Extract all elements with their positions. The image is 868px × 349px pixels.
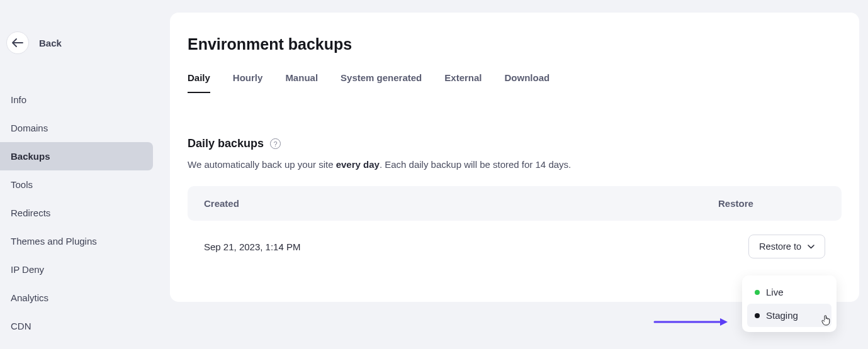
tab-external[interactable]: External	[444, 72, 482, 93]
tab-manual[interactable]: Manual	[285, 72, 318, 93]
cell-created: Sep 21, 2023, 1:14 PM	[204, 241, 748, 252]
sidebar-item-label: Analytics	[11, 292, 48, 303]
dropdown-item-label: Staging	[766, 310, 798, 321]
sidebar-item-themes-plugins[interactable]: Themes and Plugins	[0, 227, 153, 255]
status-dot-icon	[755, 290, 760, 295]
sidebar-item-ip-deny[interactable]: IP Deny	[0, 255, 153, 284]
sidebar-item-label: Backups	[11, 151, 50, 162]
annotation-arrow-icon	[653, 318, 729, 326]
tab-label: Download	[505, 72, 550, 83]
column-header-created: Created	[204, 198, 718, 209]
status-dot-icon	[755, 313, 760, 318]
tab-label: External	[444, 72, 482, 83]
back-row: Back	[0, 31, 161, 54]
back-label: Back	[39, 38, 62, 48]
sidebar-item-backups[interactable]: Backups	[0, 142, 153, 170]
sidebar-item-label: Tools	[11, 179, 33, 190]
sidebar-item-label: IP Deny	[11, 264, 44, 275]
tab-label: Daily	[188, 72, 210, 83]
section-description: We automatically back up your site every…	[188, 159, 842, 170]
table-row: Sep 21, 2023, 1:14 PM Restore to	[188, 221, 842, 272]
tab-download[interactable]: Download	[505, 72, 550, 93]
tab-label: System generated	[341, 72, 422, 83]
sidebar-item-label: CDN	[11, 321, 31, 331]
sidebar-item-cdn[interactable]: CDN	[0, 312, 153, 340]
sidebar-item-domains[interactable]: Domains	[0, 114, 153, 142]
desc-bold: every day	[336, 159, 380, 170]
tab-system-generated[interactable]: System generated	[341, 72, 422, 93]
cursor-hand-icon	[821, 314, 831, 326]
dropdown-item-staging[interactable]: Staging	[747, 304, 831, 327]
sidebar-item-label: Redirects	[11, 208, 50, 218]
column-header-restore: Restore	[718, 198, 825, 209]
tab-label: Manual	[285, 72, 318, 83]
section-title-row: Daily backups ?	[188, 137, 842, 150]
sidebar: Back Info Domains Backups Tools Redirect…	[0, 0, 161, 349]
sidebar-item-label: Info	[11, 94, 26, 105]
tab-hourly[interactable]: Hourly	[233, 72, 263, 93]
page-title: Environment backups	[188, 35, 842, 53]
dropdown-item-label: Live	[766, 287, 784, 297]
tab-daily[interactable]: Daily	[188, 72, 210, 93]
chevron-down-icon	[808, 245, 814, 249]
main-card: Environment backups Daily Hourly Manual …	[170, 13, 859, 302]
sidebar-item-label: Themes and Plugins	[11, 236, 97, 247]
dropdown-item-live[interactable]: Live	[747, 280, 831, 304]
restore-button-label: Restore to	[759, 241, 801, 252]
sidebar-item-redirects[interactable]: Redirects	[0, 199, 153, 227]
back-button[interactable]	[6, 31, 29, 54]
sidebar-item-tools[interactable]: Tools	[0, 170, 153, 199]
arrow-left-icon	[12, 38, 23, 47]
table-header: Created Restore	[188, 186, 842, 221]
tabs: Daily Hourly Manual System generated Ext…	[188, 72, 842, 93]
sidebar-item-info[interactable]: Info	[0, 86, 153, 114]
tab-label: Hourly	[233, 72, 263, 83]
sidebar-item-label: Domains	[11, 123, 48, 133]
desc-prefix: We automatically back up your site	[188, 159, 336, 170]
help-icon[interactable]: ?	[270, 138, 281, 149]
desc-suffix: . Each daily backup will be stored for 1…	[380, 159, 571, 170]
sidebar-item-analytics[interactable]: Analytics	[0, 284, 153, 312]
restore-to-button[interactable]: Restore to	[748, 235, 825, 258]
section-title: Daily backups	[188, 137, 264, 150]
